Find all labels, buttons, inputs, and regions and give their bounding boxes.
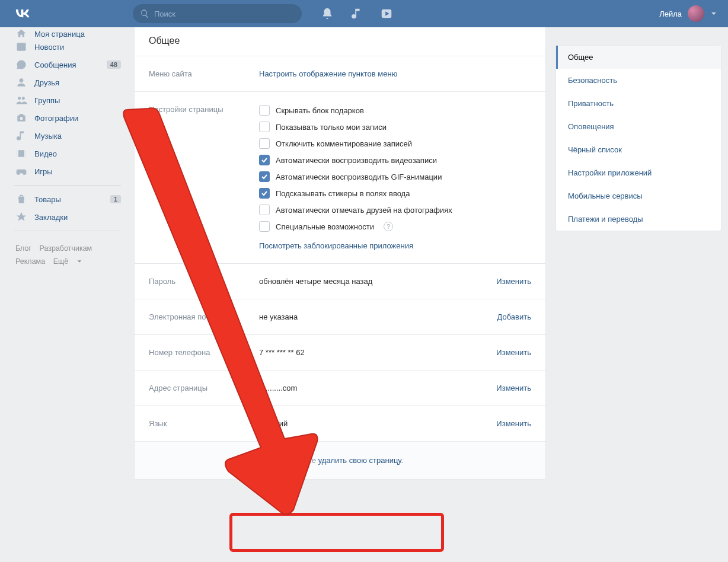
lang-value: Русский <box>259 419 496 428</box>
checkbox-label: Автоматически воспроизводить видеозаписи <box>276 156 437 165</box>
footer-devs[interactable]: Разработчикам <box>40 244 92 253</box>
checkbox-label: Отключить комментирование записей <box>276 139 412 148</box>
checkbox-label: Показывать только мои записи <box>276 123 387 132</box>
search-icon <box>140 9 149 18</box>
settings-nav-item-7[interactable]: Платежи и переводы <box>556 207 721 231</box>
nav-market[interactable]: Товары1 <box>11 190 124 208</box>
username: Лейла <box>659 9 682 18</box>
settings-nav-item-1[interactable]: Безопасность <box>556 69 721 92</box>
delete-account-link[interactable]: удалить свою страницу <box>318 456 401 465</box>
nav-video[interactable]: Видео <box>11 145 124 162</box>
phone-label: Номер телефона <box>149 348 259 357</box>
nav-messages[interactable]: Сообщения48 <box>11 56 124 74</box>
camera-icon <box>15 112 27 124</box>
lang-change[interactable]: Изменить <box>496 419 531 428</box>
phone-value: 7 *** *** ** 62 <box>259 348 496 357</box>
checkbox-4[interactable]: Автоматически воспроизводить GIF-анимаци… <box>259 171 531 182</box>
nav-bookmarks[interactable]: Закладки <box>11 208 124 226</box>
settings-panel: Общее Меню сайта Настроить отображение п… <box>134 27 546 480</box>
row-language: Язык Русский Изменить <box>135 406 545 441</box>
nav-separator <box>14 185 121 186</box>
checkbox-box[interactable] <box>259 188 270 199</box>
svg-point-2 <box>20 78 24 82</box>
checkbox-7[interactable]: Специальные возможности? <box>259 221 531 232</box>
checkbox-label: Автоматически отмечать друзей на фотогра… <box>276 206 452 215</box>
password-change[interactable]: Изменить <box>496 277 531 286</box>
url-label: Адрес страницы <box>149 384 259 392</box>
music-nav-icon <box>15 130 27 142</box>
groups-icon <box>15 94 27 106</box>
bell-icon[interactable] <box>321 7 334 20</box>
checkbox-1[interactable]: Показывать только мои записи <box>259 122 531 132</box>
checkbox-2[interactable]: Отключить комментирование записей <box>259 138 531 149</box>
blocked-apps-link[interactable]: Посмотреть заблокированные приложения <box>259 241 413 250</box>
row-email: Электронная почта не указана Добавить <box>135 299 545 334</box>
checkbox-box[interactable] <box>259 138 270 149</box>
email-label: Электронная почта <box>149 312 259 321</box>
right-panel: ОбщееБезопасностьПриватностьОповещенияЧё… <box>555 27 721 480</box>
user-menu[interactable]: Лейла <box>659 5 717 22</box>
video-play-icon[interactable] <box>380 7 393 20</box>
footer-more[interactable]: Ещё <box>53 255 90 268</box>
avatar <box>688 5 704 22</box>
chevron-down-icon <box>710 10 717 17</box>
music-icon[interactable] <box>350 7 363 20</box>
checkbox-6[interactable]: Автоматически отмечать друзей на фотогра… <box>259 205 531 215</box>
footer-blog[interactable]: Блог <box>15 244 31 253</box>
password-label: Пароль <box>149 277 259 286</box>
footer-ads[interactable]: Реклама <box>15 257 45 266</box>
games-icon <box>15 165 27 177</box>
help-icon[interactable]: ? <box>384 222 393 231</box>
search-wrap[interactable] <box>133 4 302 23</box>
checkbox-box[interactable] <box>259 205 270 215</box>
header-icons <box>321 7 393 20</box>
nav-groups[interactable]: Группы <box>11 91 124 109</box>
checkbox-label: Скрывать блок подарков <box>276 106 364 115</box>
annotation-red-box <box>229 513 444 552</box>
url-change[interactable]: Изменить <box>496 384 531 392</box>
settings-nav-item-2[interactable]: Приватность <box>556 92 721 115</box>
nav-friends[interactable]: Друзья <box>11 74 124 91</box>
checkbox-box[interactable] <box>259 221 270 232</box>
nav-separator-2 <box>14 231 121 231</box>
left-nav: Моя страница Новости Сообщения48 Друзья … <box>0 27 124 480</box>
news-icon <box>15 41 27 53</box>
checkbox-0[interactable]: Скрывать блок подарков <box>259 105 531 116</box>
site-menu-link[interactable]: Настроить отображение пунктов меню <box>259 69 397 78</box>
checkbox-box[interactable] <box>259 105 270 116</box>
nav-news[interactable]: Новости <box>11 38 124 56</box>
delete-account-footer: Вы можете удалить свою страницу. <box>135 441 545 479</box>
checkbox-3[interactable]: Автоматически воспроизводить видеозаписи <box>259 155 531 165</box>
row-site-menu: Меню сайта Настроить отображение пунктов… <box>135 56 545 91</box>
nav-my-page[interactable]: Моя страница <box>11 30 124 38</box>
header: Лейла <box>0 0 728 27</box>
settings-nav-item-4[interactable]: Чёрный список <box>556 138 721 161</box>
nav-photos[interactable]: Фотографии <box>11 109 124 127</box>
settings-nav-item-6[interactable]: Мобильные сервисы <box>556 184 721 207</box>
email-add[interactable]: Добавить <box>497 312 531 321</box>
checkbox-label: Подсказывать стикеры в полях ввода <box>276 189 410 198</box>
svg-rect-1 <box>17 43 26 50</box>
row-page-settings: Настройки страницы Скрывать блок подарко… <box>135 92 545 263</box>
delete-suffix: . <box>401 456 404 465</box>
nav-games[interactable]: Игры <box>11 162 124 180</box>
chevron-down-icon <box>76 258 82 264</box>
phone-change[interactable]: Изменить <box>496 348 531 357</box>
checkbox-5[interactable]: Подсказывать стикеры в полях ввода <box>259 188 531 199</box>
video-nav-icon <box>15 148 27 159</box>
checkbox-box[interactable] <box>259 122 270 132</box>
url-value: h.........com <box>259 384 496 392</box>
friends-icon <box>15 76 27 88</box>
settings-nav-item-3[interactable]: Оповещения <box>556 115 721 138</box>
nav-music[interactable]: Музыка <box>11 127 124 145</box>
messages-badge: 48 <box>107 60 121 69</box>
site-menu-label: Меню сайта <box>149 69 259 78</box>
checkbox-box[interactable] <box>259 171 270 182</box>
delete-prefix: Вы можете <box>277 456 318 465</box>
settings-nav-item-0[interactable]: Общее <box>556 46 721 69</box>
search-input[interactable] <box>154 9 295 18</box>
row-url: Адрес страницы h.........com Изменить <box>135 371 545 405</box>
vk-logo-icon[interactable] <box>11 7 33 20</box>
checkbox-box[interactable] <box>259 155 270 165</box>
settings-nav-item-5[interactable]: Настройки приложений <box>556 161 721 184</box>
